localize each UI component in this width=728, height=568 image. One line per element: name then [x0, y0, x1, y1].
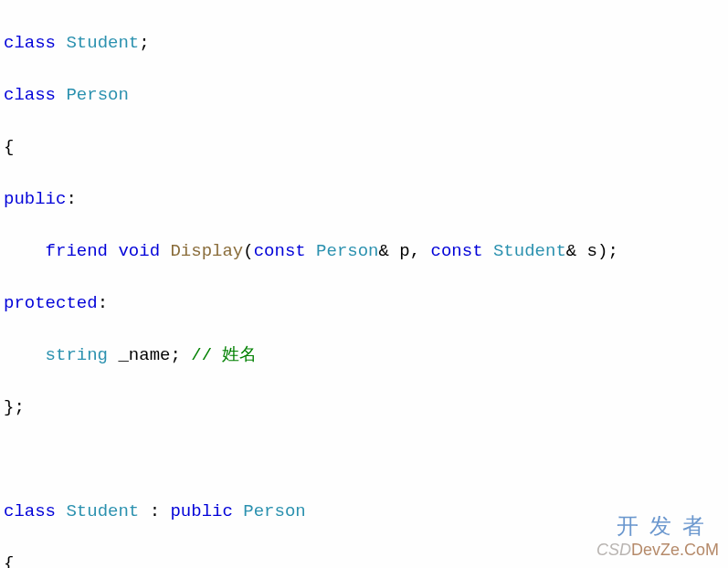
keyword-class: class [4, 33, 66, 53]
watermark-brand: CSDDevZe.CoM [596, 538, 719, 563]
code-line: friend void Display(const Person& p, con… [4, 238, 728, 265]
code-line: class Person [4, 82, 728, 109]
code-line: public: [4, 186, 728, 213]
code-line: protected: [4, 290, 728, 317]
type-student: Student [66, 33, 139, 53]
code-line: }; [4, 394, 728, 421]
code-line: string _name; // 姓名 [4, 342, 728, 369]
function-display: Display [170, 241, 243, 261]
code-block: class Student; class Person { public: fr… [0, 0, 728, 568]
comment: // 姓名 [191, 345, 257, 365]
code-line: class Student; [4, 30, 728, 57]
code-line [4, 447, 728, 473]
code-line: { [4, 134, 728, 161]
